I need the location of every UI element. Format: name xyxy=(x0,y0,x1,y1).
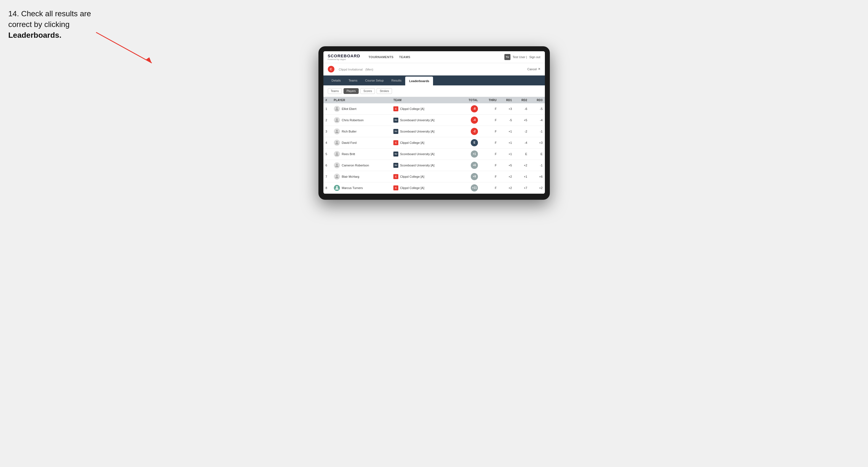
team-logo: C xyxy=(393,140,398,145)
rd1-cell: +1 xyxy=(499,126,514,137)
team-name: Clippd College [A] xyxy=(400,186,424,190)
player-name: Rees Britt xyxy=(342,152,355,156)
tab-details[interactable]: Details xyxy=(328,76,345,85)
col-team: TEAM xyxy=(391,97,460,103)
filter-scores[interactable]: Scores xyxy=(360,88,375,94)
team-cell: SU Scoreboard University [A] xyxy=(391,159,460,171)
score-badge: E xyxy=(471,139,478,146)
col-rd3: RD3 xyxy=(529,97,545,103)
score-badge: -2 xyxy=(471,128,478,135)
team-cell: SU Scoreboard University [A] xyxy=(391,114,460,126)
col-thru: THRU xyxy=(480,97,499,103)
cancel-button[interactable]: Cancel ✕ xyxy=(527,67,540,71)
rd1-cell: +1 xyxy=(499,148,514,159)
nav-right: TU Test User | Sign out xyxy=(504,54,540,60)
tab-teams[interactable]: Teams xyxy=(345,76,361,85)
rd1-cell: +1 xyxy=(499,137,514,148)
tab-course-setup[interactable]: Course Setup xyxy=(362,76,388,85)
team-logo: C xyxy=(393,174,398,179)
player-avatar xyxy=(334,162,340,168)
total-cell: +11 xyxy=(460,182,480,193)
team-name: Clippd College [A] xyxy=(400,107,424,111)
rd3-cell: +3 xyxy=(529,137,545,148)
team-logo: C xyxy=(393,106,398,111)
top-nav: SCOREBOARD Powered by clippd TOURNAMENTS… xyxy=(323,51,545,63)
player-cell: Elliot Ebert xyxy=(332,103,392,115)
tablet-screen: SCOREBOARD Powered by clippd TOURNAMENTS… xyxy=(323,51,545,194)
user-avatar: TU xyxy=(504,54,510,60)
rank-cell: 5 xyxy=(323,148,332,159)
svg-point-6 xyxy=(336,152,338,154)
total-cell: -8 xyxy=(460,103,480,115)
table-row: 1 Elliot Ebert C Clippd College [A] -8 F… xyxy=(323,103,545,115)
table-row: 8 Marcus Turners C Clippd College [A] +1… xyxy=(323,182,545,193)
svg-point-3 xyxy=(336,119,338,120)
rd3-cell: -1 xyxy=(529,126,545,137)
col-total: TOTAL xyxy=(460,97,480,103)
rank-cell: 1 xyxy=(323,103,332,115)
svg-marker-1 xyxy=(146,57,152,63)
tab-results[interactable]: Results xyxy=(388,76,405,85)
player-cell: David Ford xyxy=(332,137,392,148)
filter-strokes[interactable]: Strokes xyxy=(377,88,392,94)
player-avatar xyxy=(334,140,340,146)
svg-point-9 xyxy=(336,186,338,188)
team-logo: SU xyxy=(393,129,398,134)
svg-point-4 xyxy=(336,130,338,131)
rd2-cell: E xyxy=(514,148,529,159)
player-name: Rich Butler xyxy=(342,130,357,133)
nav-teams[interactable]: TEAMS xyxy=(399,54,410,60)
thru-cell: F xyxy=(480,171,499,182)
player-name: Cameron Robertson xyxy=(342,164,369,167)
col-rd1: RD1 xyxy=(499,97,514,103)
player-cell: Cameron Robertson xyxy=(332,159,392,171)
player-name: David Ford xyxy=(342,141,357,144)
table-row: 7 Blair McHarg C Clippd College [A] +9 F… xyxy=(323,171,545,182)
filter-teams[interactable]: Teams xyxy=(328,88,342,94)
player-avatar xyxy=(334,106,340,112)
score-badge: +11 xyxy=(471,184,478,191)
svg-point-2 xyxy=(336,107,338,109)
thru-cell: F xyxy=(480,137,499,148)
thru-cell: F xyxy=(480,114,499,126)
rd2-cell: +7 xyxy=(514,182,529,193)
table-row: 2 Chris Robertson SU Scoreboard Universi… xyxy=(323,114,545,126)
team-name: Clippd College [A] xyxy=(400,175,424,178)
thru-cell: F xyxy=(480,126,499,137)
filter-players[interactable]: Players xyxy=(343,88,359,94)
logo-text: SCOREBOARD xyxy=(328,54,360,58)
rank-cell: 3 xyxy=(323,126,332,137)
player-name: Elliot Ebert xyxy=(342,107,356,111)
tab-bar: Details Teams Course Setup Results Leade… xyxy=(323,75,545,85)
team-cell: C Clippd College [A] xyxy=(391,103,460,115)
total-cell: -4 xyxy=(460,114,480,126)
rd3-cell: +2 xyxy=(529,182,545,193)
thru-cell: F xyxy=(480,103,499,115)
rd3-cell: E xyxy=(529,148,545,159)
rd2-cell: -4 xyxy=(514,137,529,148)
logo-sub: Powered by clippd xyxy=(328,58,360,61)
team-name: Scoreboard University [A] xyxy=(400,119,434,122)
rank-cell: 7 xyxy=(323,171,332,182)
instruction-block: 14. Check all results are correct by cli… xyxy=(8,8,113,41)
table-row: 3 Rich Butler SU Scoreboard University [… xyxy=(323,126,545,137)
score-badge: +9 xyxy=(471,173,478,180)
svg-point-8 xyxy=(336,175,338,177)
rank-cell: 4 xyxy=(323,137,332,148)
total-cell: +6 xyxy=(460,159,480,171)
table-row: 6 Cameron Robertson SU Scoreboard Univer… xyxy=(323,159,545,171)
rd1-cell: +5 xyxy=(499,159,514,171)
team-cell: SU Scoreboard University [A] xyxy=(391,148,460,159)
rd1-cell: +2 xyxy=(499,171,514,182)
nav-links: TOURNAMENTS TEAMS xyxy=(369,54,499,60)
player-name: Marcus Turners xyxy=(342,186,363,190)
table-row: 4 David Ford C Clippd College [A] E F +1… xyxy=(323,137,545,148)
nav-tournaments[interactable]: TOURNAMENTS xyxy=(369,54,394,60)
rank-cell: 8 xyxy=(323,182,332,193)
player-cell: Rees Britt xyxy=(332,148,392,159)
signout-link[interactable]: Sign out xyxy=(529,55,540,59)
tab-leaderboards[interactable]: Leaderboards xyxy=(405,76,433,85)
rd2-cell: -2 xyxy=(514,126,529,137)
user-label: Test User | xyxy=(513,55,527,59)
player-avatar xyxy=(334,185,340,191)
